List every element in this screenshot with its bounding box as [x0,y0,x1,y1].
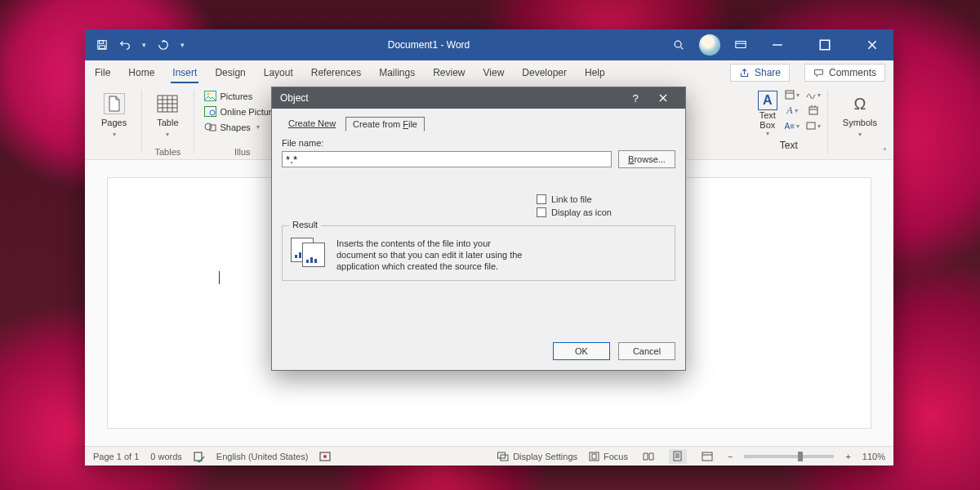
tab-developer[interactable]: Developer [520,62,568,83]
tab-layout[interactable]: Layout [262,62,295,83]
dialog-help-button[interactable]: ? [621,87,649,109]
shapes-button[interactable]: Shapes ▾ [204,121,282,133]
result-icon [291,238,327,267]
share-label: Share [755,67,781,78]
status-page[interactable]: Page 1 of 1 [93,452,139,461]
svg-point-10 [210,110,215,115]
redo-icon[interactable] [158,39,169,51]
undo-icon[interactable] [119,39,131,51]
table-button[interactable]: Table ▾ [152,90,183,141]
dialog-footer: OK Cancel [272,336,685,370]
chevron-down-icon: ▾ [113,131,116,138]
zoom-slider[interactable] [744,455,834,458]
account-avatar[interactable] [699,34,720,56]
status-words[interactable]: 0 words [150,452,182,461]
svg-point-3 [675,41,681,47]
status-language[interactable]: English (United States) [216,452,309,461]
dialog-titlebar: Object ? [272,87,685,109]
maximize-button[interactable] [808,29,841,60]
display-as-icon-checkbox[interactable]: Display as icon [537,207,675,217]
picture-icon [204,90,216,102]
pages-button[interactable]: Pages ▾ [96,90,131,141]
symbols-label: Symbols [843,118,877,127]
comments-button[interactable]: Comments [804,64,885,82]
focus-button[interactable]: Focus [589,452,628,461]
dialog-close-button[interactable] [649,87,677,109]
display-options-icon[interactable] [735,39,746,51]
dialog-title: Object [280,92,309,104]
group-text-label: Text [780,140,798,151]
link-to-file-checkbox[interactable]: Link to file [537,194,675,204]
macro-icon[interactable] [319,452,331,461]
display-as-icon-label: Display as icon [551,207,612,217]
dropcap-button[interactable]: A≡ [783,119,801,132]
search-icon[interactable] [673,39,684,51]
shapes-label: Shapes [220,122,251,132]
tab-mailings[interactable]: Mailings [377,62,416,83]
print-layout-button[interactable] [669,449,687,464]
svg-point-11 [205,123,212,130]
zoom-in-button[interactable]: + [845,452,850,461]
svg-rect-1 [100,41,104,44]
display-settings-button[interactable]: Display Settings [497,452,577,461]
group-text: A Text Box ▾ A A≡ Text [755,88,822,159]
link-to-file-label: Link to file [551,194,592,204]
tab-help[interactable]: Help [583,62,607,83]
object-button[interactable] [804,119,822,132]
titlebar: ▾ ▾ Document1 - Word [85,29,893,60]
close-button[interactable] [856,29,889,60]
svg-rect-4 [736,42,746,48]
pictures-button[interactable]: Pictures [204,90,282,102]
zoom-out-button[interactable]: − [728,452,733,461]
textbox-icon: A [758,91,777,110]
online-pictures-icon [204,105,216,118]
svg-rect-14 [809,107,817,114]
textbox-button[interactable]: A Text Box ▾ [755,88,780,140]
group-tables: Table ▾ Tables [147,88,188,159]
tab-create-from-file[interactable]: Create from File [345,117,425,131]
table-icon [157,93,178,114]
chevron-down-icon: ▾ [766,130,769,137]
dialog-tabs: Create New Create from File [282,117,675,131]
datetime-button[interactable] [804,104,822,117]
tab-create-new[interactable]: Create New [282,117,342,131]
share-button[interactable]: Share [730,64,790,82]
chevron-down-icon: ▾ [166,131,169,138]
ok-button[interactable]: OK [553,342,610,360]
spellcheck-icon[interactable] [194,451,205,462]
zoom-value[interactable]: 110% [862,452,885,461]
tab-insert[interactable]: Insert [171,62,198,83]
browse-button[interactable]: Browse... [618,150,675,168]
quickparts-button[interactable] [783,88,801,101]
online-pictures-button[interactable]: Online Pictures [204,105,282,118]
group-illustrations-label: Illus [234,147,251,159]
svg-point-8 [207,93,209,96]
file-name-input[interactable] [282,151,612,167]
svg-rect-5 [820,40,829,49]
minimize-button[interactable] [761,29,794,60]
chevron-down-icon: ▾ [256,123,260,131]
qat-customize-icon[interactable]: ▾ [180,41,185,49]
undo-dropdown-icon[interactable]: ▾ [142,41,146,49]
svg-rect-13 [786,91,794,99]
tab-view[interactable]: View [482,62,506,83]
collapse-ribbon-icon[interactable]: ˄ [883,147,887,156]
tab-file[interactable]: File [93,62,112,83]
ribbon-tabs: File Home Insert Design Layout Reference… [85,60,893,85]
tab-home[interactable]: Home [127,62,156,83]
wordart-button[interactable]: A [783,104,801,117]
omega-icon: Ω [849,93,871,114]
tab-references[interactable]: References [310,62,363,83]
group-tables-label: Tables [154,147,180,159]
symbols-button[interactable]: Ω Symbols ▾ [838,90,882,141]
tab-review[interactable]: Review [431,62,466,83]
tab-design[interactable]: Design [213,62,247,83]
svg-rect-15 [807,122,815,129]
status-bar: Page 1 of 1 0 words English (United Stat… [85,446,893,466]
cancel-button[interactable]: Cancel [618,342,675,360]
web-layout-button[interactable] [698,449,716,464]
save-icon[interactable] [96,39,108,51]
signature-button[interactable] [804,88,822,101]
svg-rect-24 [702,452,712,461]
read-mode-button[interactable] [639,449,657,464]
